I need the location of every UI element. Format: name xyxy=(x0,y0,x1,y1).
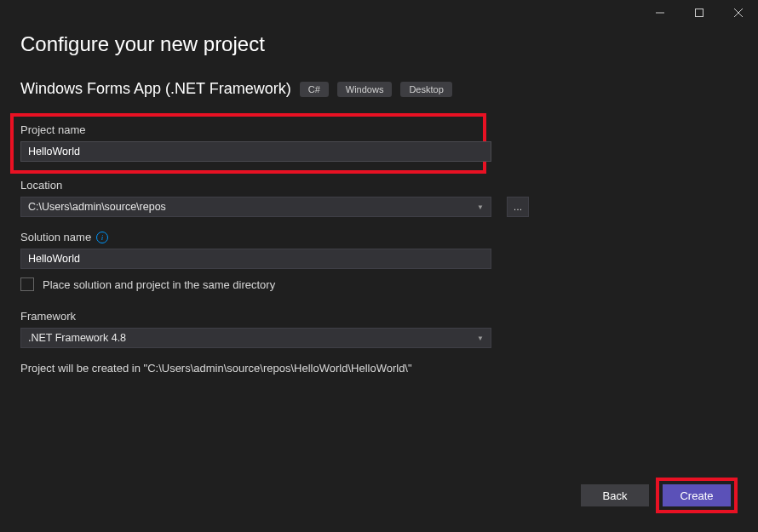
template-name: Windows Forms App (.NET Framework) xyxy=(20,80,291,98)
page-title: Configure your new project xyxy=(20,32,738,56)
location-dropdown[interactable]: C:\Users\admin\source\repos ▼ xyxy=(20,197,491,217)
minimize-button[interactable] xyxy=(640,0,680,26)
template-subheader: Windows Forms App (.NET Framework) C# Wi… xyxy=(20,80,738,98)
project-name-input[interactable] xyxy=(20,141,491,162)
dialog-footer: Back Create xyxy=(581,478,738,513)
tag-platform: Windows xyxy=(337,82,393,97)
create-button[interactable]: Create xyxy=(663,484,731,506)
maximize-button[interactable] xyxy=(680,0,719,26)
browse-button[interactable]: … xyxy=(507,197,529,217)
project-name-group: Project name xyxy=(10,113,486,174)
solution-name-input[interactable] xyxy=(20,249,491,269)
solution-name-label-text: Solution name xyxy=(20,231,91,243)
framework-value: .NET Framework 4.8 xyxy=(28,332,126,344)
close-button[interactable] xyxy=(719,0,758,26)
chevron-down-icon: ▼ xyxy=(477,203,484,211)
tag-type: Desktop xyxy=(400,82,451,97)
framework-label: Framework xyxy=(20,310,738,323)
creation-path-summary: Project will be created in "C:\Users\adm… xyxy=(20,362,738,375)
solution-name-group: Solution name i Place solution and proje… xyxy=(20,231,738,291)
same-directory-label: Place solution and project in the same d… xyxy=(43,278,275,291)
framework-group: Framework .NET Framework 4.8 ▼ xyxy=(20,310,738,348)
dialog-content: Configure your new project Windows Forms… xyxy=(0,26,758,375)
window-titlebar xyxy=(0,0,758,26)
location-group: Location C:\Users\admin\source\repos ▼ … xyxy=(20,179,738,217)
svg-rect-1 xyxy=(696,9,703,17)
location-label: Location xyxy=(20,179,738,192)
tag-language: C# xyxy=(300,82,329,97)
same-directory-checkbox[interactable] xyxy=(20,277,34,291)
create-button-highlight: Create xyxy=(656,478,738,513)
same-directory-row: Place solution and project in the same d… xyxy=(20,277,738,291)
project-name-label: Project name xyxy=(20,123,476,136)
back-button[interactable]: Back xyxy=(581,484,649,506)
chevron-down-icon: ▼ xyxy=(477,335,484,342)
location-value: C:\Users\admin\source\repos xyxy=(28,201,166,213)
info-icon[interactable]: i xyxy=(96,232,108,243)
solution-name-label: Solution name i xyxy=(20,231,738,243)
framework-dropdown[interactable]: .NET Framework 4.8 ▼ xyxy=(20,328,491,348)
